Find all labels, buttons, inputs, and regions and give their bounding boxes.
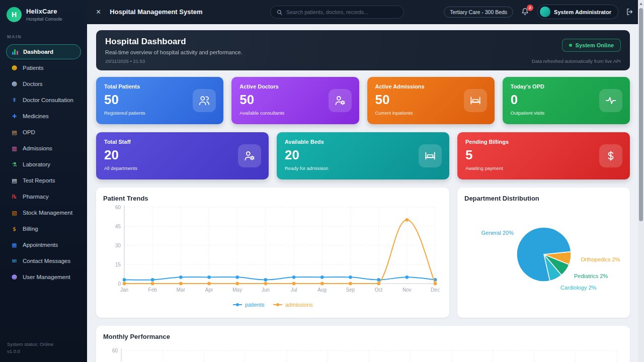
stats-row-2: Total Staff20All departmentsAvailable Be… xyxy=(96,132,630,179)
user-name: System Administrator xyxy=(554,9,611,15)
sidebar-item-label: Admissions xyxy=(23,145,52,151)
pill-icon: ℞ xyxy=(11,194,18,200)
close-icon[interactable]: × xyxy=(96,8,101,16)
svg-text:General 20%: General 20% xyxy=(481,230,514,236)
stat-sublabel: All departments xyxy=(104,165,261,171)
sidebar: H HelixCare Hospital Console MAIN Dashbo… xyxy=(0,0,87,362)
avatar xyxy=(540,7,550,17)
svg-text:Orthopedics 2%: Orthopedics 2% xyxy=(581,256,620,262)
svg-text:Pediatrics 2%: Pediatrics 2% xyxy=(574,273,608,279)
sidebar-item-test-reports[interactable]: ▤Test Reports xyxy=(6,173,81,188)
scrollbar-track[interactable] xyxy=(638,0,644,362)
sidebar-item-label: Test Reports xyxy=(23,177,55,184)
facility-badge: Tertiary Care - 300 Beds xyxy=(444,7,513,18)
chart-legend: patientsadmissions xyxy=(103,302,442,308)
sidebar-item-appointments[interactable]: ▦Appointments xyxy=(6,237,81,252)
brand-logo: H xyxy=(7,7,22,22)
sidebar-item-label: Dashboard xyxy=(23,49,53,55)
svg-text:Dec: Dec xyxy=(431,287,440,293)
sidebar-item-stock-management[interactable]: ▧Stock Management xyxy=(6,205,81,220)
version-text: v1.0.0 xyxy=(7,348,53,355)
svg-text:Jan: Jan xyxy=(120,287,128,293)
sidebar-item-label: Patients xyxy=(23,65,44,71)
test-tube-icon: ⚗ xyxy=(11,162,18,167)
sidebar-item-billing[interactable]: $Billing xyxy=(6,221,81,236)
sidebar-item-label: Appointments xyxy=(23,242,58,248)
legend-marker-icon xyxy=(273,302,283,307)
svg-text:45: 45 xyxy=(115,224,121,229)
stat-label: Total Staff xyxy=(104,139,261,145)
sidebar-item-doctors[interactable]: ☻Doctors xyxy=(6,76,81,92)
sidebar-item-opd[interactable]: ▤OPD xyxy=(6,125,81,140)
legend-marker-icon xyxy=(232,302,243,307)
notification-count-badge: 2 xyxy=(527,5,533,11)
topbar: × Hospital Management System Tertiary Ca… xyxy=(87,0,644,24)
users-group-icon: ☻ xyxy=(11,275,18,280)
app-title: Hospital Management System xyxy=(110,8,202,16)
sidebar-item-admissions[interactable]: ▥Admissions xyxy=(6,141,81,156)
legend-item-patients[interactable]: patients xyxy=(232,302,265,308)
sidebar-item-user-management[interactable]: ☻User Management xyxy=(6,269,81,285)
search-bar[interactable] xyxy=(270,6,404,19)
page-subtitle: Real-time overview of hospital activity … xyxy=(105,49,243,55)
calendar-icon: ▦ xyxy=(11,242,18,248)
bar-chart-icon xyxy=(11,49,19,55)
sidebar-item-patients[interactable]: ☻Patients xyxy=(6,60,81,75)
legend-item-admissions[interactable]: admissions xyxy=(273,302,313,308)
svg-text:30: 30 xyxy=(115,243,121,248)
svg-text:Nov: Nov xyxy=(403,287,412,293)
svg-text:Jul: Jul xyxy=(291,287,297,293)
sidebar-item-label: Laboratory xyxy=(23,161,50,167)
svg-text:Aug: Aug xyxy=(317,287,327,293)
sidebar-item-pharmacy[interactable]: ℞Pharmacy xyxy=(6,189,81,204)
sidebar-item-label: Doctors xyxy=(23,81,43,87)
svg-text:Feb: Feb xyxy=(148,287,157,293)
system-status-text: System status: Online xyxy=(7,341,53,348)
svg-text:60: 60 xyxy=(115,205,121,210)
svg-text:Jun: Jun xyxy=(262,287,270,293)
package-icon: ▧ xyxy=(11,210,18,216)
dollar-icon xyxy=(599,144,622,167)
clipboard-icon: ▤ xyxy=(11,130,18,135)
notifications-button[interactable]: 2 xyxy=(520,7,530,17)
main-content: Hospital Dashboard Real-time overview of… xyxy=(87,24,644,362)
search-icon xyxy=(276,9,283,16)
sidebar-item-label: Medicines xyxy=(23,113,49,119)
stat-label: Available Beds xyxy=(285,139,441,145)
scrollbar-thumb[interactable] xyxy=(639,8,643,221)
patient-trends-card: Patient Trends JanFebMarAprMayJunJulAugS… xyxy=(96,188,449,318)
sidebar-footer: System status: Online v1.0.0 xyxy=(7,341,53,355)
sidebar-item-label: Doctor Consultation xyxy=(23,97,73,103)
user-gear-icon xyxy=(238,144,261,167)
sidebar-item-label: User Management xyxy=(23,274,70,280)
svg-text:Cardiology 2%: Cardiology 2% xyxy=(560,285,597,291)
stats-row-1: Total Patients50Registered patientsActiv… xyxy=(96,77,630,124)
page-title: Hospital Dashboard xyxy=(105,37,243,47)
sidebar-item-medicines[interactable]: ✚Medicines xyxy=(6,109,81,124)
sidebar-section-label: MAIN xyxy=(0,27,87,44)
search-input[interactable] xyxy=(286,9,398,15)
admission-bed-icon: ▥ xyxy=(11,146,18,151)
logout-button[interactable] xyxy=(625,8,634,16)
svg-text:Mar: Mar xyxy=(177,287,186,293)
chart-title: Monthly Performance xyxy=(103,333,623,340)
scroll-up-arrow-icon[interactable] xyxy=(639,3,642,5)
svg-text:Apr: Apr xyxy=(205,287,213,293)
stat-card-active-admissions: Active Admissions50Current inpatients xyxy=(367,77,495,124)
stat-card-active-doctors: Active Doctors50Available consultants xyxy=(231,77,359,124)
user-menu[interactable]: System Administrator xyxy=(537,5,618,19)
chart-title: Department Distribution xyxy=(464,195,623,202)
patient-icon: ☻ xyxy=(11,65,18,71)
stat-value: 5 xyxy=(465,147,622,163)
brand-subtitle: Hospital Console xyxy=(26,16,62,22)
sidebar-item-contact-messages[interactable]: ✉Contact Messages xyxy=(6,253,81,268)
stat-value: 20 xyxy=(104,147,261,163)
sidebar-item-label: Contact Messages xyxy=(23,258,70,264)
system-online-badge: System Online xyxy=(562,39,621,52)
sidebar-item-doctor-consultation[interactable]: ☤Doctor Consultation xyxy=(6,93,81,108)
stat-value: 20 xyxy=(285,147,441,163)
sidebar-item-label: Stock Management xyxy=(23,210,72,216)
sidebar-item-laboratory[interactable]: ⚗Laboratory xyxy=(6,157,81,172)
bed-icon xyxy=(419,144,442,167)
sidebar-item-dashboard[interactable]: Dashboard xyxy=(6,44,81,59)
